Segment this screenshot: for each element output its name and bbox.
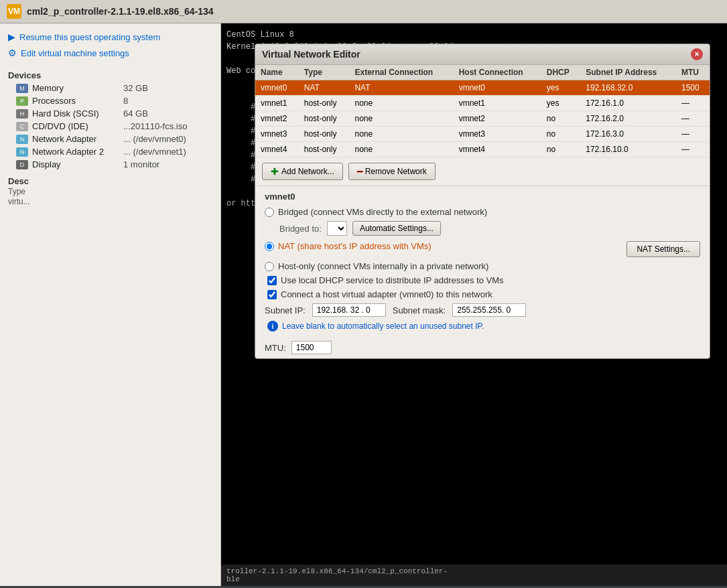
table-row[interactable]: vmnet4host-onlynonevmnet4no172.16.10.0— [255,142,710,157]
host-only-radio[interactable] [265,262,274,271]
desc-virtual: virtu... [8,197,30,206]
col-mtu: MTU [676,65,710,80]
info-text: Leave blank to automatically select an u… [282,321,484,331]
nat-label: NAT (share host's IP address with VMs) [278,241,432,251]
remove-network-label: Remove Network [365,167,427,176]
table-cell-name: vmnet4 [255,142,299,157]
processors-label: Processors [32,96,119,106]
mtu-label: MTU: [265,343,286,353]
table-cell-host: vmnet0 [454,80,541,96]
cd-dvd-label: CD/DVD (IDE) [32,121,119,131]
edit-icon: ⚙ [8,48,17,58]
table-cell-type: host-only [299,96,350,111]
app-icon: VM [7,4,21,19]
resume-icon: ▶ [8,31,15,42]
col-type: Type [299,65,350,80]
vmnet-config-section: vmnet0 Bridged (connect VMs directly to … [255,186,710,337]
add-icon: ✚ [271,166,279,177]
net-adapter-value: ... (/dev/vmnet0) [123,134,186,144]
processors-icon: P [16,96,28,106]
hard-disk-label: Hard Disk (SCSI) [32,108,119,119]
adapter-label: Connect a host virtual adapter (vmnet0) … [281,289,492,299]
memory-icon: M [16,84,28,93]
table-cell-host: vmnet2 [454,111,541,127]
bridged-to-select[interactable] [327,221,347,236]
network-table-body: vmnet0NATNATvmnet0yes192.168.32.01500vmn… [255,80,710,157]
table-cell-mtu: — [676,127,710,142]
table-cell-subnet: 172.16.3.0 [580,127,676,142]
device-net-adapter: N Network Adapter ... (/dev/vmnet0) [0,133,220,145]
desc-section: Desc Type virtu... [0,171,220,212]
remove-network-button[interactable]: ━ Remove Network [348,163,436,180]
auto-settings-button[interactable]: Automatic Settings... [352,221,441,236]
subnet-mask-input[interactable] [452,303,526,317]
table-cell-host: vmnet3 [454,127,541,142]
table-cell-subnet: 172.16.1.0 [580,96,676,111]
col-name: Name [255,65,299,80]
resume-action[interactable]: ▶ Resume this guest operating system [0,29,220,45]
dialog-titlebar: Virtual Network Editor × [255,44,710,65]
add-network-button[interactable]: ✚ Add Network... [262,163,343,180]
processors-value: 8 [123,96,128,106]
table-cell-external: NAT [349,80,453,96]
vmnet-name: vmnet0 [265,192,700,202]
nat-radio[interactable] [265,242,274,251]
table-cell-type: host-only [299,142,350,157]
cd-dvd-value: ...201110-fcs.iso [123,121,187,131]
display-icon: D [16,160,28,169]
adapter-checkbox[interactable] [267,290,277,299]
table-row[interactable]: vmnet0NATNATvmnet0yes192.168.32.01500 [255,80,710,96]
table-cell-type: host-only [299,127,350,142]
bridged-radio[interactable] [265,208,274,217]
nat-settings-button[interactable]: NAT Settings... [626,241,700,257]
desc-type: Type [8,187,25,196]
devices-section-title: Devices [0,66,220,82]
table-cell-host: vmnet1 [454,96,541,111]
device-processors: P Processors 8 [0,94,220,107]
bottom-terminal-line2: ble [226,575,722,583]
mtu-input[interactable] [291,341,332,354]
table-cell-subnet: 192.168.32.0 [580,80,676,96]
device-memory: M Memory 32 GB [0,82,220,94]
table-row[interactable]: vmnet2host-onlynonevmnet2no172.16.2.0— [255,111,710,127]
net-adapter2-label: Network Adapter 2 [32,147,119,157]
dialog-close-button[interactable]: × [691,48,703,60]
col-external: External Connection [349,65,453,80]
table-cell-name: vmnet1 [255,96,299,111]
edit-action[interactable]: ⚙ Edit virtual machine settings [0,45,220,61]
device-display: D Display 1 monitor [0,158,220,171]
hard-disk-icon: H [16,109,28,119]
adapter-checkbox-row: Connect a host virtual adapter (vmnet0) … [265,289,700,299]
col-host: Host Connection [454,65,541,80]
bridged-to-row: Bridged to: Automatic Settings... [265,221,700,236]
table-cell-external: none [349,127,453,142]
table-cell-mtu: — [676,111,710,127]
network-table-container: Name Type External Connection Host Conne… [255,65,710,157]
mtu-row: MTU: [255,337,710,358]
resume-label: Resume this guest operating system [19,32,160,42]
hard-disk-value: 64 GB [123,108,148,119]
table-cell-dhcp: no [541,127,581,142]
table-cell-dhcp: yes [541,96,581,111]
table-cell-external: none [349,142,453,157]
network-action-buttons: ✚ Add Network... ━ Remove Network [255,157,710,186]
subnet-mask-label: Subnet mask: [393,305,446,315]
table-cell-name: vmnet3 [255,127,299,142]
table-cell-name: vmnet0 [255,80,299,96]
bridged-label: Bridged (connect VMs directly to the ext… [278,207,487,217]
table-row[interactable]: vmnet1host-onlynonevmnet1yes172.16.1.0— [255,96,710,111]
device-hard-disk: H Hard Disk (SCSI) 64 GB [0,107,220,120]
subnet-ip-input[interactable] [312,303,386,317]
col-dhcp: DHCP [541,65,581,80]
table-cell-host: vmnet4 [454,142,541,157]
remove-icon: ━ [357,166,362,177]
bridged-to-label: Bridged to: [279,224,322,234]
table-cell-mtu: — [676,142,710,157]
virtual-network-editor-dialog: Virtual Network Editor × Name Type Exter… [255,44,710,359]
dhcp-checkbox[interactable] [267,276,277,285]
table-cell-mtu: 1500 [676,80,710,96]
bottom-terminal-line1: troller-2.1.1-19.el8.x86_64-134/cml2_p_c… [226,567,722,575]
table-row[interactable]: vmnet3host-onlynonevmnet3no172.16.3.0— [255,127,710,142]
net-adapter2-icon: N [16,147,28,157]
info-icon: i [267,321,278,332]
